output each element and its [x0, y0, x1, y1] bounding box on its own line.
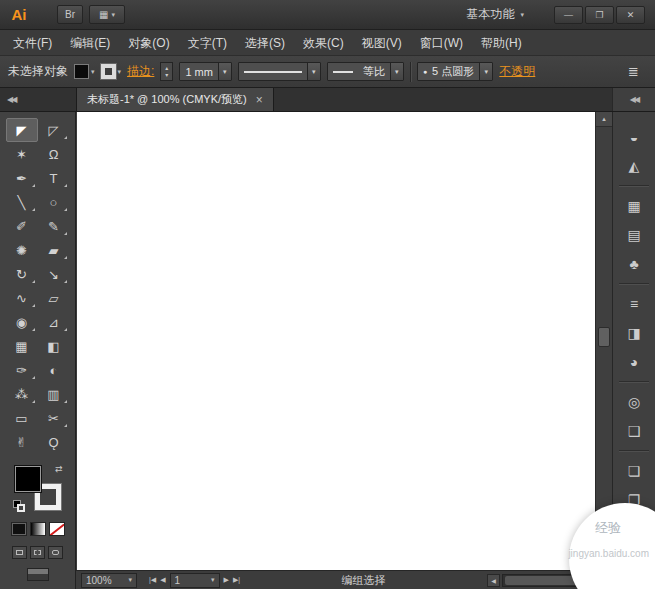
magic-wand-tool[interactable]: ✶: [6, 142, 38, 166]
width-tool[interactable]: ∿: [6, 286, 38, 310]
symbols-panel-icon[interactable]: ♣: [613, 249, 655, 278]
arrange-grid-icon: ▦: [99, 9, 108, 20]
swatches-panel-icon[interactable]: ▦: [613, 191, 655, 220]
chevron-down-icon: ▾: [479, 63, 492, 80]
bridge-button[interactable]: Br: [57, 5, 83, 24]
first-artboard-button[interactable]: |◀: [149, 576, 156, 584]
brushes-panel-icon[interactable]: ▤: [613, 220, 655, 249]
pen-tool[interactable]: ✒: [6, 166, 38, 190]
appearance-panel-icon[interactable]: ◎: [613, 387, 655, 416]
paintbrush-tool[interactable]: ✐: [6, 214, 38, 238]
scroll-up-icon[interactable]: ▴: [596, 112, 612, 127]
none-button[interactable]: [49, 522, 65, 536]
blend-tool[interactable]: ◐: [38, 358, 70, 382]
fill-color-well[interactable]: [15, 466, 41, 492]
perspective-grid-tool[interactable]: ⊿: [38, 310, 70, 334]
tools-panel-collapse-button[interactable]: ◀◀: [0, 88, 76, 111]
last-artboard-button[interactable]: ▶|: [233, 576, 240, 584]
eyedropper-tool[interactable]: ✑: [6, 358, 38, 382]
separator: [619, 381, 648, 382]
menu-select[interactable]: 选择(S): [236, 30, 294, 56]
zoom-level-dropdown[interactable]: 100% ▾: [81, 573, 137, 588]
vertical-scrollbar[interactable]: ▴ ▾: [595, 112, 612, 570]
rotate-tool[interactable]: ↻: [6, 262, 38, 286]
tab-close-icon[interactable]: ×: [256, 93, 263, 107]
transparency-panel-icon[interactable]: ◕: [613, 347, 655, 376]
column-graph-tool[interactable]: ▥: [38, 382, 70, 406]
layers-panel-icon[interactable]: ❏: [613, 456, 655, 485]
scroll-left-icon[interactable]: ◀: [487, 574, 500, 587]
artboard-canvas[interactable]: [77, 112, 595, 570]
stroke-panel-link[interactable]: 描边:: [127, 63, 154, 80]
swap-fill-stroke-icon[interactable]: ⇄: [55, 464, 63, 474]
color-guide-panel-icon[interactable]: ◭: [613, 151, 655, 180]
minimize-button[interactable]: —: [554, 6, 583, 24]
selection-tool[interactable]: ◤: [6, 118, 38, 142]
free-transform-tool[interactable]: ▱: [38, 286, 70, 310]
blob-brush-tool[interactable]: ✺: [6, 238, 38, 262]
type-tool[interactable]: T: [38, 166, 70, 190]
screen-mode-button[interactable]: [27, 568, 49, 581]
artboard-navigation: |◀ ◀ 1 ▾ ▶ ▶|: [149, 573, 240, 588]
menu-edit[interactable]: 编辑(E): [61, 30, 119, 56]
vertical-scrollbar-thumb[interactable]: [598, 327, 610, 347]
artboard-tool[interactable]: ▭: [6, 406, 38, 430]
color-button[interactable]: [11, 522, 27, 536]
zoom-tool[interactable]: Ǫ: [38, 430, 70, 454]
close-button[interactable]: ✕: [616, 6, 645, 24]
stroke-style-dropdown[interactable]: ▾: [238, 62, 321, 81]
brush-definition-dropdown[interactable]: ● 5 点圆形 ▾: [417, 62, 493, 81]
direct-selection-tool[interactable]: ◸: [38, 118, 70, 142]
stroke-panel-icon[interactable]: ≡: [613, 289, 655, 318]
workspace-switcher[interactable]: 基本功能 ▾: [462, 6, 528, 23]
status-tool-label: 编组选择: [240, 573, 487, 588]
status-bar: 100% ▾ |◀ ◀ 1 ▾ ▶ ▶| 编组选择 ◀ ▶: [76, 570, 612, 589]
document-tab[interactable]: 未标题-1* @ 100% (CMYK/预览) ×: [76, 88, 274, 111]
next-artboard-button[interactable]: ▶: [224, 576, 229, 584]
menu-window[interactable]: 窗口(W): [411, 30, 472, 56]
hand-tool[interactable]: ✌: [6, 430, 38, 454]
pencil-tool[interactable]: ✎: [38, 214, 70, 238]
draw-inside-button[interactable]: [48, 546, 63, 559]
window-controls: — ❐ ✕: [554, 6, 645, 24]
slice-tool[interactable]: ✂: [38, 406, 70, 430]
menu-view[interactable]: 视图(V): [353, 30, 411, 56]
lasso-tool[interactable]: Ω: [38, 142, 70, 166]
gradient-tool[interactable]: ◧: [38, 334, 70, 358]
menu-file[interactable]: 文件(F): [4, 30, 61, 56]
fill-swatch-control[interactable]: ▾: [74, 64, 95, 79]
eraser-tool[interactable]: ▰: [38, 238, 70, 262]
horizontal-scrollbar-thumb[interactable]: [505, 576, 577, 585]
stroke-swatch-control[interactable]: ▾: [101, 64, 122, 79]
right-panel-collapse-button[interactable]: ◀◀: [612, 88, 655, 111]
shape-builder-tool[interactable]: ◉: [6, 310, 38, 334]
spin-up-icon: ▴: [165, 65, 168, 72]
opacity-panel-link[interactable]: 不透明: [499, 63, 535, 80]
draw-normal-button[interactable]: [12, 546, 27, 559]
ellipse-tool[interactable]: ○: [38, 190, 70, 214]
default-fill-stroke-button[interactable]: [13, 500, 25, 512]
graphic-styles-panel-icon[interactable]: ❑: [613, 416, 655, 445]
symbol-sprayer-tool[interactable]: ⁂: [6, 382, 38, 406]
control-bar: 未选择对象 ▾ ▾ 描边: ▴ ▾ 1 mm ▾ ▾ 等比 ▾ ●: [0, 56, 655, 88]
stroke-width-dropdown[interactable]: 1 mm ▾: [179, 62, 232, 81]
menu-object[interactable]: 对象(O): [119, 30, 178, 56]
menu-effect[interactable]: 效果(C): [294, 30, 353, 56]
gradient-panel-icon[interactable]: ◨: [613, 318, 655, 347]
menu-type[interactable]: 文字(T): [179, 30, 236, 56]
artboard-number-dropdown[interactable]: 1 ▾: [170, 573, 220, 588]
illustrator-window: Ai Br ▦ ▾ 基本功能 ▾ — ❐ ✕ 文件(F) 编辑(E) 对象(O)…: [0, 0, 655, 589]
menu-help[interactable]: 帮助(H): [472, 30, 531, 56]
scale-tool[interactable]: ↘: [38, 262, 70, 286]
arrange-documents-button[interactable]: ▦ ▾: [89, 5, 125, 24]
color-panel-icon[interactable]: ◒: [613, 122, 655, 151]
stroke-width-stepper[interactable]: ▴ ▾: [160, 62, 173, 81]
previous-artboard-button[interactable]: ◀: [160, 576, 165, 584]
control-panel-menu-icon[interactable]: ≣: [628, 64, 639, 79]
maximize-button[interactable]: ❐: [585, 6, 614, 24]
width-profile-dropdown[interactable]: 等比 ▾: [327, 62, 404, 81]
draw-behind-button[interactable]: [30, 546, 45, 559]
mesh-tool[interactable]: ▦: [6, 334, 38, 358]
gradient-button[interactable]: [30, 522, 46, 536]
line-segment-tool[interactable]: ╲: [6, 190, 38, 214]
